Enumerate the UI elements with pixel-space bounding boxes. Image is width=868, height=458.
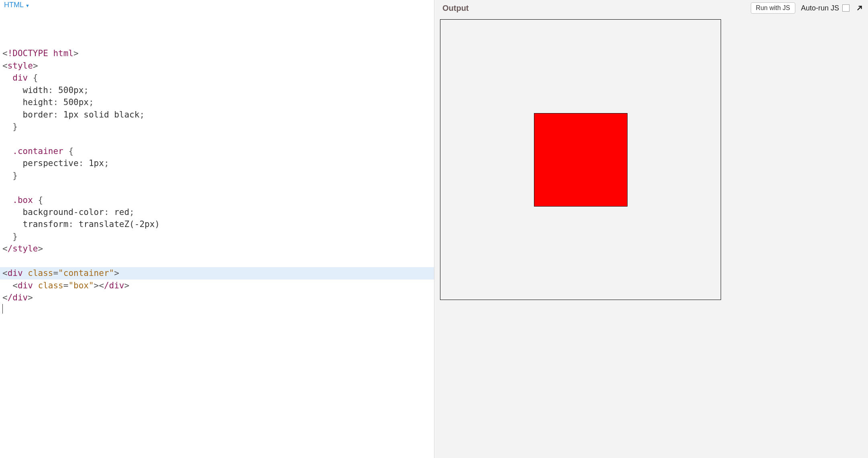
code-line: .box { (2, 194, 434, 206)
language-selector[interactable]: HTML ▼ (4, 1, 30, 9)
code-line: } (2, 121, 434, 133)
autorun-label: Auto-run JS (801, 4, 839, 12)
code-line (2, 133, 434, 145)
svg-line-0 (858, 6, 862, 10)
code-line: } (2, 170, 434, 182)
chevron-down-icon: ▼ (25, 3, 30, 8)
code-line: transform: translateZ(-2px) (2, 218, 434, 230)
code-line: <style> (2, 60, 434, 72)
editor-header: HTML ▼ (0, 0, 434, 11)
code-line: } (2, 231, 434, 243)
expand-icon[interactable] (855, 4, 864, 12)
code-line: .container { (2, 145, 434, 157)
rendered-output (440, 19, 862, 300)
editor-panel: HTML ▼ <!DOCTYPE html><style> div { widt… (0, 0, 434, 458)
autorun-checkbox[interactable] (842, 4, 850, 12)
output-panel: Output Run with JS Auto-run JS (434, 0, 868, 458)
code-line: border: 1px solid black; (2, 109, 434, 121)
code-line: </style> (2, 243, 434, 255)
code-line: background-color: red; (2, 206, 434, 218)
code-line: <div class="box"></div> (2, 280, 434, 292)
code-line: </div> (2, 292, 434, 304)
output-header: Output Run with JS Auto-run JS (434, 0, 868, 16)
code-line: height: 500px; (2, 96, 434, 108)
output-title: Output (442, 4, 745, 13)
output-body (434, 16, 868, 458)
code-line (2, 304, 434, 316)
code-line: perspective: 1px; (2, 157, 434, 169)
code-line: width: 500px; (2, 84, 434, 96)
code-line: <div class="container"> (2, 267, 434, 279)
autorun-toggle[interactable]: Auto-run JS (801, 4, 850, 12)
code-line: div { (2, 72, 434, 84)
code-editor[interactable]: <!DOCTYPE html><style> div { width: 500p… (0, 11, 434, 458)
code-line (2, 182, 434, 194)
rendered-container-div (440, 19, 721, 300)
code-line: <!DOCTYPE html> (2, 47, 434, 59)
run-with-js-button[interactable]: Run with JS (751, 2, 795, 14)
code-line (2, 255, 434, 267)
rendered-box-div (534, 113, 628, 207)
language-label: HTML (4, 1, 24, 9)
